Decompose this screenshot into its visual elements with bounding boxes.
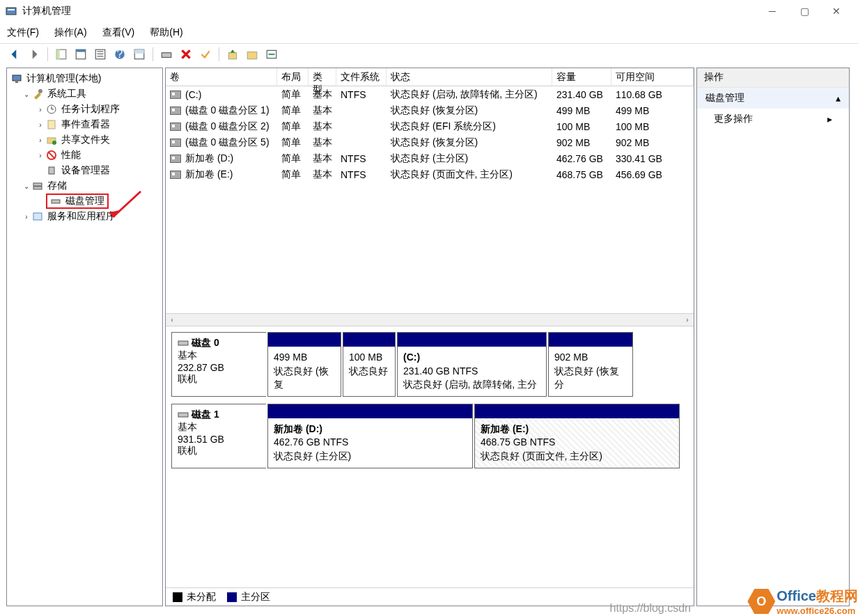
col-type[interactable]: 类型 (309, 68, 336, 86)
tree-storage[interactable]: ⌄ 存储 (8, 178, 161, 194)
tree-system-tools[interactable]: ⌄ 系统工具 (8, 86, 161, 102)
partition-cell[interactable]: (C:)231.40 GB NTFS状态良好 (启动, 故障转储, 主分 (397, 332, 547, 397)
disk-row: 磁盘 0基本232.87 GB联机 499 MB状态良好 (恢复 100 MB状… (171, 332, 688, 397)
col-capacity[interactable]: 容量 (552, 68, 611, 86)
menu-view[interactable]: 查看(V) (102, 26, 135, 39)
delete-button[interactable] (178, 47, 194, 62)
legend-primary: 主分区 (227, 591, 270, 603)
col-filesystem[interactable]: 文件系统 (336, 68, 387, 86)
computer-icon (11, 73, 22, 84)
disk-info[interactable]: 磁盘 0基本232.87 GB联机 (171, 332, 266, 397)
volume-row[interactable]: 新加卷 (E:) 简单 基本 NTFS 状态良好 (页面文件, 主分区) 468… (166, 166, 694, 182)
svg-rect-27 (49, 167, 54, 174)
tree-event-viewer[interactable]: › 事件查看器 (8, 117, 161, 132)
reset-button[interactable] (198, 47, 213, 62)
partition-cell[interactable]: 499 MB状态良好 (恢复 (267, 332, 341, 397)
window-title: 计算机管理 (22, 5, 756, 17)
disk-row: 磁盘 1基本931.51 GB联机 新加卷 (D:)462.76 GB NTFS… (171, 404, 688, 468)
minimize-button[interactable]: ─ (756, 0, 788, 22)
tree-performance[interactable]: › 性能 (8, 148, 161, 163)
separator (219, 47, 219, 61)
collapse-icon[interactable]: ⌄ (22, 90, 31, 98)
legend-unallocated: 未分配 (173, 591, 216, 603)
scroll-track[interactable] (178, 315, 681, 326)
tree-device-manager[interactable]: 设备管理器 (8, 163, 161, 178)
menu-action[interactable]: 操作(A) (54, 26, 87, 39)
tools-icon (32, 88, 43, 100)
partition-cell[interactable]: 新加卷 (E:)468.75 GB NTFS状态良好 (页面文件, 主分区) (474, 404, 680, 468)
svg-point-25 (52, 141, 56, 145)
expand-triangle-icon: ▸ (827, 113, 832, 125)
toolbar: ? (0, 43, 858, 64)
blank (36, 166, 45, 175)
partition-cell[interactable]: 902 MB状态良好 (恢复分 (548, 332, 633, 397)
volume-row[interactable]: 新加卷 (D:) 简单 基本 NTFS 状态良好 (主分区) 462.76 GB… (166, 150, 694, 166)
expand-icon[interactable]: › (36, 120, 45, 129)
svg-rect-33 (178, 413, 188, 417)
tree-services-apps[interactable]: › 服务和应用程序 (8, 209, 161, 224)
scroll-left-icon[interactable]: ‹ (166, 314, 178, 326)
volume-row[interactable]: (磁盘 0 磁盘分区 2) 简单 基本 状态良好 (EFI 系统分区) 100 … (166, 118, 694, 134)
tree-disk-management[interactable]: 磁盘管理 (8, 194, 161, 209)
expand-icon[interactable]: › (36, 151, 45, 159)
col-free[interactable]: 可用空间 (611, 68, 694, 86)
compact-view-button[interactable] (264, 47, 279, 62)
maximize-button[interactable]: ▢ (788, 0, 820, 22)
view-top-button[interactable] (132, 47, 147, 62)
expand-icon[interactable]: › (36, 105, 45, 113)
volume-icon (170, 123, 181, 131)
close-button[interactable]: ✕ (820, 0, 852, 22)
volume-row[interactable]: (磁盘 0 磁盘分区 5) 简单 基本 状态良好 (恢复分区) 902 MB 9… (166, 134, 694, 150)
horizontal-scrollbar[interactable]: ‹ › (166, 313, 694, 326)
tree-task-scheduler[interactable]: › 任务计划程序 (8, 102, 161, 117)
scan-button[interactable] (159, 47, 174, 62)
volume-icon (170, 155, 181, 163)
volume-row[interactable]: (磁盘 0 磁盘分区 1) 简单 基本 状态良好 (恢复分区) 499 MB 4… (166, 102, 694, 118)
perf-icon (46, 150, 57, 161)
col-volume[interactable]: 卷 (166, 68, 277, 86)
app-icon (6, 6, 17, 17)
new-folder-button[interactable] (244, 47, 260, 62)
show-hide-tree-button[interactable] (54, 47, 69, 62)
disk-info[interactable]: 磁盘 1基本931.51 GB联机 (171, 404, 266, 468)
partition-header (343, 333, 395, 347)
svg-rect-7 (98, 51, 104, 52)
volume-list: (C:) 简单 基本 NTFS 状态良好 (启动, 故障转储, 主分区) 231… (166, 86, 694, 313)
collapse-icon[interactable]: ⌄ (22, 182, 31, 190)
partition-body: (C:)231.40 GB NTFS状态良好 (启动, 故障转储, 主分 (398, 347, 546, 396)
svg-rect-5 (76, 49, 86, 52)
forward-button[interactable] (26, 47, 42, 62)
col-status[interactable]: 状态 (387, 68, 552, 86)
menu-bar: 文件(F) 操作(A) 查看(V) 帮助(H) (0, 22, 858, 43)
actions-more[interactable]: 更多操作 ▸ (697, 109, 849, 129)
device-icon (46, 165, 57, 176)
expand-icon[interactable]: › (36, 136, 45, 144)
event-icon (46, 119, 57, 130)
help-button[interactable]: ? (112, 47, 127, 62)
partition-cell[interactable]: 新加卷 (D:)462.76 GB NTFS状态良好 (主分区) (267, 404, 473, 468)
svg-rect-19 (13, 75, 21, 81)
menu-file[interactable]: 文件(F) (7, 26, 39, 39)
up-button[interactable] (225, 47, 240, 62)
tree-shared-folders[interactable]: › 共享文件夹 (8, 132, 161, 148)
tree-root[interactable]: 计算机管理(本地) (8, 71, 161, 86)
actions-section-diskmgmt[interactable]: 磁盘管理 ▴ (697, 88, 849, 109)
view-list-button[interactable] (93, 47, 108, 62)
menu-help[interactable]: 帮助(H) (150, 26, 182, 39)
properties-button[interactable] (73, 47, 88, 62)
svg-rect-9 (98, 56, 104, 56)
blank (36, 197, 45, 205)
partition-cell[interactable]: 100 MB状态良好 (343, 332, 396, 397)
partition-body: 100 MB状态良好 (343, 347, 395, 396)
col-layout[interactable]: 布局 (277, 68, 309, 86)
expand-icon[interactable]: › (22, 212, 31, 221)
partition-header (549, 333, 632, 347)
volume-row[interactable]: (C:) 简单 基本 NTFS 状态良好 (启动, 故障转储, 主分区) 231… (166, 86, 694, 102)
back-button[interactable] (7, 47, 22, 62)
volume-icon (170, 106, 181, 115)
logo-text1: Office (777, 588, 816, 603)
scroll-right-icon[interactable]: › (681, 314, 694, 326)
separator (153, 47, 153, 61)
collapse-triangle-icon: ▴ (836, 93, 841, 104)
actions-diskmgmt-label: 磁盘管理 (705, 92, 744, 104)
